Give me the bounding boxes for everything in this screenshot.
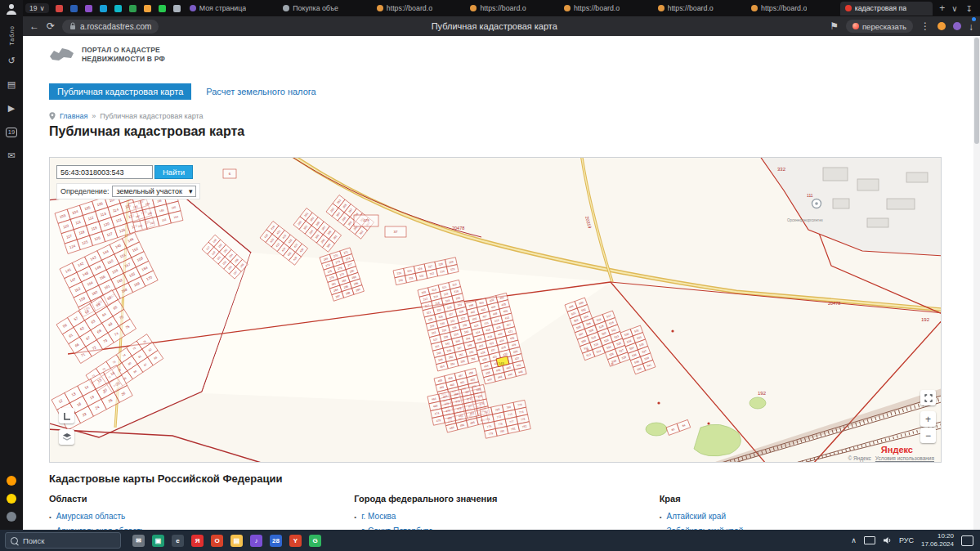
extension-icon-1[interactable] [937, 22, 946, 30]
directory-column-title: Области [49, 494, 354, 504]
yandex-logo[interactable]: Яндекс [881, 445, 913, 455]
breadcrumb-home-link[interactable]: Главная [60, 112, 87, 120]
video-icon[interactable]: ▶ [3, 101, 20, 117]
disk-icon[interactable] [7, 476, 16, 486]
zoom-in-button[interactable]: + [920, 411, 936, 427]
taskbar-app-yandex-search[interactable]: Я [191, 535, 204, 547]
taskbar-app-app-28[interactable]: 28 [270, 535, 282, 547]
reload-button[interactable]: ⟳ [47, 20, 55, 32]
clock[interactable]: 10:20 17.06.2024 [921, 532, 954, 549]
map-search-button[interactable]: Найти [154, 165, 193, 179]
region-link[interactable]: Амурская область [56, 512, 125, 521]
pinned-tab-3[interactable] [82, 2, 96, 15]
tab-8[interactable]: кадастровая па [840, 2, 933, 16]
tab-favicon [751, 5, 758, 11]
region-link[interactable]: г. Москва [361, 512, 396, 521]
taskbar-app-explorer[interactable]: ▤ [230, 535, 243, 547]
nav-tab-public-map[interactable]: Публичная кадастровая карта [49, 83, 191, 100]
tab-4[interactable]: https://board.o [465, 2, 558, 16]
tab-2[interactable]: Покупка объе [278, 2, 371, 16]
messenger-icon[interactable]: ✉ [3, 148, 20, 164]
tab-title: https://board.o [668, 4, 714, 12]
downloads-button[interactable]: ↓ [969, 19, 973, 34]
map-attribution: © Яндекс Условия использования [848, 455, 934, 461]
select-caret-icon: ▾ [189, 187, 193, 195]
map-label: 20478 [452, 226, 464, 231]
tab-favicon [377, 5, 383, 11]
lock-icon [69, 22, 76, 30]
tab-favicon [283, 5, 289, 11]
pinned-tab-1[interactable] [52, 2, 66, 15]
display-icon[interactable] [864, 536, 875, 544]
pinned-tab-2[interactable] [67, 2, 81, 15]
cadastral-number-input[interactable] [56, 165, 153, 179]
tabs-count-badge[interactable]: 19 [3, 124, 20, 141]
tabbar-right-icon-1[interactable]: ∨ [951, 4, 957, 13]
parcel-block: 37 [385, 226, 406, 237]
browser-sidebar: Табло ↺▤▶19✉ [0, 0, 23, 530]
download-icon: ↓ [969, 21, 973, 33]
tab-counter[interactable]: 19 ∨ [25, 3, 49, 13]
collections-icon[interactable]: ▤ [3, 77, 20, 93]
pinned-tab-9[interactable] [170, 2, 184, 15]
region-link[interactable]: Алтайский край [666, 512, 726, 521]
camera-icon[interactable] [7, 512, 16, 522]
taskbar-app-photos[interactable]: ▣ [152, 535, 164, 547]
cadastral-map[interactable]: 1031041051061071081091101111121131141151… [49, 157, 942, 463]
directory-column-1: Области•Амурская область•Архангельская о… [49, 494, 354, 530]
pinned-tab-favicon [144, 5, 151, 12]
pinned-tab-6[interactable] [126, 2, 140, 15]
history-icon[interactable]: ↺ [3, 53, 20, 69]
tab-6[interactable]: https://board.o [653, 2, 746, 16]
object-type-select[interactable]: земельный участок ▾ [112, 186, 196, 197]
pinned-tab-favicon [159, 5, 166, 12]
tab-1[interactable]: Моя страница [185, 2, 278, 16]
tabbar-right-icon-2[interactable]: ↧ [966, 4, 973, 13]
taskbar-app-opera[interactable]: O [211, 535, 223, 547]
pinned-tab-8[interactable] [155, 2, 169, 15]
taskbar-app-mail[interactable]: ✉ [132, 535, 145, 547]
ruler-tool-button[interactable] [59, 408, 74, 423]
new-tab-button[interactable]: + [933, 2, 951, 14]
taskbar-search[interactable]: Поиск [5, 532, 121, 549]
directory-link-list: •Алтайский край•Забайкальский край [660, 512, 964, 530]
fullscreen-icon [924, 394, 933, 402]
page-scrollbar[interactable] [973, 36, 980, 530]
profile-avatar[interactable] [5, 2, 18, 19]
kebab-menu-icon[interactable]: ⋮ [920, 20, 930, 32]
tab-5[interactable]: https://board.o [559, 2, 652, 16]
zoom-out-button[interactable]: − [920, 428, 936, 443]
tray-caret-icon[interactable]: ∧ [851, 536, 857, 544]
notification-center-icon[interactable] [961, 535, 973, 546]
layers-button[interactable] [59, 429, 74, 445]
pinned-tab-4[interactable] [96, 2, 110, 15]
nav-link-land-tax[interactable]: Расчет земельного налога [206, 87, 315, 96]
tab-3[interactable]: https://board.o [372, 2, 465, 16]
language-indicator[interactable]: РУС [899, 536, 914, 544]
map-filter-panel: Определение: земельный участок ▾ [56, 183, 200, 199]
tab-7[interactable]: https://board.o [746, 2, 839, 16]
taskbar-app-yandex-browser[interactable]: Y [289, 535, 302, 547]
taskbar-app-media[interactable]: ♪ [250, 535, 262, 547]
speaker-icon[interactable] [883, 536, 892, 544]
retell-ai-icon [852, 23, 859, 29]
bullet-icon: • [660, 513, 662, 521]
scrollbar-thumb[interactable] [974, 38, 979, 144]
list-item: •г. Москва [354, 512, 659, 521]
pinned-tab-7[interactable] [141, 2, 154, 15]
retell-button[interactable]: пересказать [846, 20, 913, 33]
alice-icon[interactable] [7, 494, 16, 504]
tab-title: https://board.o [387, 4, 432, 12]
extension-icon-2[interactable] [953, 22, 961, 30]
bookmark-icon[interactable]: ⚑ [830, 20, 839, 32]
taskbar-app-whatsapp[interactable]: G [309, 535, 321, 547]
map-label: 111 [807, 193, 813, 198]
taskbar-app-edge[interactable]: e [172, 535, 184, 547]
pinned-tab-5[interactable] [111, 2, 125, 15]
address-bar[interactable]: a.roscadastres.com [62, 20, 159, 34]
tab-favicon [190, 5, 196, 11]
fullscreen-button[interactable] [920, 390, 936, 405]
terms-link[interactable]: Условия использования [875, 455, 934, 461]
breadcrumb: Главная » Публичная кадастровая карта [49, 112, 203, 120]
back-button[interactable]: ← [29, 20, 39, 32]
